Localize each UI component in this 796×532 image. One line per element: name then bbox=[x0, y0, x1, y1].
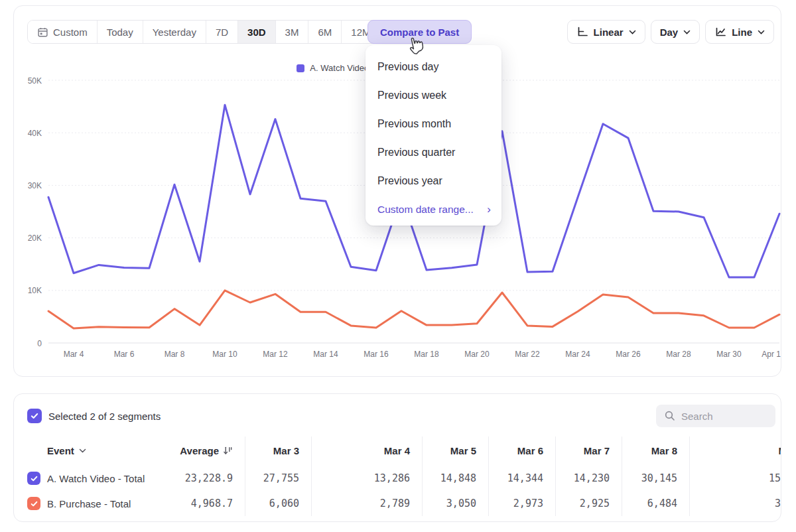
date-preset-custom[interactable]: Custom bbox=[28, 21, 98, 43]
select-all-checkbox[interactable] bbox=[27, 409, 42, 423]
cell-value: 3,050 bbox=[415, 491, 476, 516]
search-icon bbox=[664, 410, 676, 422]
date-column-header: Mar 3 bbox=[238, 439, 299, 462]
chevron-down-icon bbox=[683, 30, 691, 34]
cell-value: 2,925 bbox=[549, 491, 610, 516]
cell-value: 2,789 bbox=[349, 491, 410, 516]
chevron-right-icon: › bbox=[487, 204, 491, 215]
svg-text:Mar 14: Mar 14 bbox=[313, 350, 338, 359]
cell-value: 27,755 bbox=[238, 466, 299, 491]
svg-text:0: 0 bbox=[37, 339, 42, 348]
date-column-header-clipped: M bbox=[691, 439, 781, 462]
calendar-icon bbox=[37, 27, 48, 38]
menu-item-custom-date-range[interactable]: Custom date range... › bbox=[365, 195, 501, 224]
menu-item-previous-week[interactable]: Previous week bbox=[365, 81, 501, 109]
svg-text:50K: 50K bbox=[28, 76, 42, 86]
menu-item-previous-day[interactable]: Previous day bbox=[365, 52, 501, 81]
date-column-header: Mar 5 bbox=[415, 439, 476, 462]
date-preset-6m[interactable]: 6M bbox=[308, 21, 342, 43]
date-column-header: Mar 4 bbox=[349, 439, 410, 462]
cell-value-clipped: 15, bbox=[691, 466, 781, 491]
check-icon bbox=[30, 499, 38, 508]
date-range-control: Custom Today Yesterday 7D 30D 3M 6M 12M bbox=[27, 20, 380, 44]
menu-item-previous-quarter[interactable]: Previous quarter bbox=[365, 138, 501, 166]
cell-value: 2,973 bbox=[482, 491, 543, 516]
segments-header: Selected 2 of 2 segments bbox=[14, 409, 781, 426]
row-checkbox[interactable] bbox=[27, 497, 40, 510]
table-row[interactable]: A. Watch Video - Total 23,228.9 27,755 1… bbox=[14, 466, 781, 491]
table-header-row: Event Average Mar 3 Mar 4 Mar 5 Mar 6 Ma… bbox=[14, 439, 781, 462]
svg-text:Mar 8: Mar 8 bbox=[165, 350, 185, 359]
cell-value: 6,484 bbox=[616, 491, 677, 516]
chart-toolbar: Custom Today Yesterday 7D 30D 3M 6M 12M … bbox=[14, 20, 781, 44]
scale-dropdown[interactable]: Linear bbox=[567, 20, 645, 44]
date-column-header: Mar 8 bbox=[616, 439, 677, 462]
cell-value-clipped: 3, bbox=[691, 491, 781, 516]
event-name: A. Watch Video - Total bbox=[47, 466, 145, 491]
date-preset-7d[interactable]: 7D bbox=[206, 21, 238, 43]
menu-item-previous-month[interactable]: Previous month bbox=[365, 109, 501, 138]
date-column-header: Mar 6 bbox=[482, 439, 543, 462]
cell-value: 14,344 bbox=[482, 466, 543, 491]
date-preset-yesterday[interactable]: Yesterday bbox=[143, 21, 206, 43]
svg-text:Mar 18: Mar 18 bbox=[414, 350, 439, 359]
compare-to-past-button[interactable]: Compare to Past bbox=[367, 20, 472, 44]
svg-text:Apr 1: Apr 1 bbox=[762, 350, 781, 359]
svg-text:Mar 12: Mar 12 bbox=[263, 350, 288, 359]
date-preset-label: Custom bbox=[53, 27, 88, 38]
linear-scale-icon bbox=[576, 26, 588, 38]
average-value: 4,968.7 bbox=[153, 491, 233, 516]
sort-descending-icon bbox=[223, 446, 233, 456]
segments-panel: Selected 2 of 2 segments Event Average M… bbox=[13, 393, 781, 522]
chart-type-dropdown[interactable]: Line bbox=[705, 20, 774, 44]
segment-search[interactable] bbox=[656, 405, 775, 427]
svg-text:Mar 30: Mar 30 bbox=[716, 350, 742, 359]
svg-text:10K: 10K bbox=[28, 286, 42, 295]
selected-segments-text: Selected 2 of 2 segments bbox=[48, 411, 161, 422]
row-checkbox[interactable] bbox=[27, 472, 40, 485]
svg-text:Mar 28: Mar 28 bbox=[666, 350, 691, 359]
menu-item-previous-year[interactable]: Previous year bbox=[365, 166, 501, 195]
svg-text:Mar 26: Mar 26 bbox=[616, 350, 641, 359]
search-input[interactable] bbox=[681, 411, 761, 422]
svg-text:30K: 30K bbox=[28, 181, 42, 190]
svg-text:Mar 16: Mar 16 bbox=[364, 350, 389, 359]
check-icon bbox=[30, 411, 39, 421]
chart-panel: Custom Today Yesterday 7D 30D 3M 6M 12M … bbox=[13, 5, 781, 377]
chevron-down-icon bbox=[629, 30, 636, 34]
svg-text:Mar 24: Mar 24 bbox=[565, 350, 590, 359]
svg-text:Mar 22: Mar 22 bbox=[515, 350, 540, 359]
svg-text:Mar 10: Mar 10 bbox=[212, 350, 237, 359]
legend-swatch bbox=[297, 64, 304, 72]
cell-value: 14,230 bbox=[549, 466, 610, 491]
event-column-header[interactable]: Event bbox=[47, 439, 86, 462]
check-icon bbox=[30, 474, 38, 483]
svg-text:Mar 4: Mar 4 bbox=[64, 350, 84, 359]
cell-value: 13,286 bbox=[349, 466, 410, 491]
chevron-down-icon bbox=[79, 448, 86, 453]
svg-text:Mar 6: Mar 6 bbox=[114, 350, 135, 359]
compare-to-past-menu: Previous day Previous week Previous mont… bbox=[365, 45, 501, 226]
interval-dropdown[interactable]: Day bbox=[651, 20, 700, 44]
cell-value: 6,060 bbox=[238, 491, 299, 516]
cell-value: 30,145 bbox=[616, 466, 677, 491]
average-value: 23,228.9 bbox=[153, 466, 233, 491]
date-preset-today[interactable]: Today bbox=[98, 21, 143, 43]
svg-text:40K: 40K bbox=[28, 129, 42, 138]
event-name: B. Purchase - Total bbox=[47, 491, 131, 516]
line-chart-icon bbox=[714, 26, 726, 38]
date-column-header: Mar 7 bbox=[549, 439, 610, 462]
chevron-down-icon bbox=[758, 30, 765, 34]
cell-value: 14,848 bbox=[415, 466, 476, 491]
table-row[interactable]: B. Purchase - Total 4,968.7 6,060 2,789 … bbox=[14, 491, 781, 516]
svg-text:20K: 20K bbox=[28, 233, 42, 243]
svg-text:Mar 20: Mar 20 bbox=[464, 350, 490, 359]
average-column-header[interactable]: Average bbox=[153, 439, 233, 462]
chart-display-controls: Linear Day Line bbox=[567, 20, 774, 44]
date-preset-30d[interactable]: 30D bbox=[238, 21, 276, 43]
date-preset-3m[interactable]: 3M bbox=[276, 21, 309, 43]
